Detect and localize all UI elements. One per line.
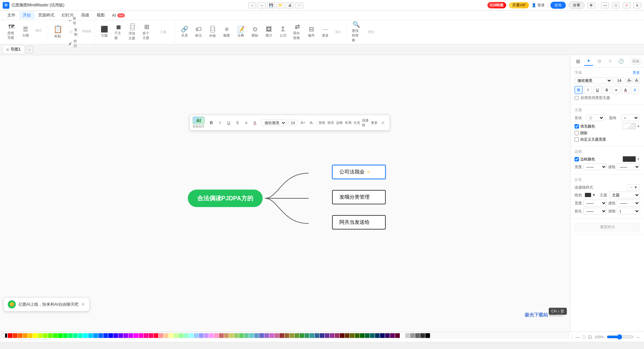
color-chip[interactable] [38, 333, 43, 338]
paste-btn[interactable]: 📋 粘贴 [49, 24, 66, 40]
fmt-italic-btn[interactable]: I [584, 86, 592, 94]
color-chip[interactable] [395, 333, 400, 338]
color-chip[interactable] [405, 333, 410, 338]
color-chip[interactable] [219, 333, 224, 338]
ft-collapse-btn[interactable]: ✕ [379, 119, 387, 127]
color-chip[interactable] [214, 333, 219, 338]
color-chip[interactable] [169, 333, 173, 338]
ft-more-btn[interactable]: 更多 [371, 119, 378, 127]
color-chip[interactable] [98, 333, 103, 338]
canvas[interactable]: 合法偶读PJDPA方的 公司法我会 ✏ 发哦分类管理 阿共当发送给 [0, 55, 570, 332]
color-chip[interactable] [370, 333, 375, 338]
ft-align-btn[interactable]: ≡ [243, 119, 250, 127]
arrow-select[interactable]: —— [583, 208, 607, 214]
color-chip[interactable] [425, 333, 430, 338]
color-chip[interactable] [189, 333, 194, 338]
color-chip[interactable] [259, 333, 264, 338]
connector-btn[interactable]: ← ▼ [627, 184, 640, 190]
ft-shape-btn[interactable]: 形状 [318, 119, 326, 127]
ft-bold-btn[interactable]: B [208, 119, 215, 127]
color-chip[interactable] [48, 333, 53, 338]
panel-tab-ai[interactable]: ✦ [584, 56, 593, 66]
color-chip[interactable] [360, 333, 365, 338]
fmt-bold-btn[interactable]: B [575, 86, 583, 94]
color-chip[interactable] [385, 333, 390, 338]
ft-layout-btn[interactable]: 布局 [344, 119, 352, 127]
custom-width-checkbox[interactable] [575, 137, 579, 142]
notif-close-btn[interactable]: ✕ [81, 302, 85, 307]
thin-select[interactable]: ( [617, 208, 640, 214]
color-chip[interactable] [33, 333, 38, 338]
panel-tab-history[interactable]: 🕐 [616, 56, 626, 66]
mindmap-btn[interactable]: 🗺 思维导图 [5, 22, 18, 42]
copy-btn[interactable]: 📄 复制 [67, 27, 80, 38]
branch-dash-select[interactable]: —— [617, 200, 640, 206]
publish-button[interactable]: 发布 [550, 2, 566, 9]
color-chip[interactable] [63, 333, 68, 338]
color-chip[interactable] [139, 333, 143, 338]
color-chip[interactable] [390, 333, 395, 338]
panel-tab-fav[interactable]: ☆ [605, 56, 615, 66]
color-chip[interactable] [289, 333, 294, 338]
font-size-down-btn[interactable]: A- [634, 78, 640, 84]
corner-select[interactable]: ⌐ [621, 114, 639, 121]
color-chip[interactable] [375, 333, 380, 338]
panel-toggle-btn[interactable]: 面板 [631, 58, 641, 64]
fmt-underline-btn[interactable]: U [593, 86, 601, 94]
float-theme-btn[interactable]: □ 浮动主题 [126, 22, 139, 42]
color-chip[interactable] [350, 333, 355, 338]
ft-font-up-btn[interactable]: A+ [299, 119, 307, 127]
color-chip[interactable] [118, 333, 123, 338]
color-chip[interactable] [315, 333, 319, 338]
summary-btn[interactable]: ≡ 概要 [220, 25, 233, 39]
color-chip[interactable] [83, 333, 88, 338]
border-color-swatch[interactable] [623, 156, 636, 162]
panel-tab-format[interactable]: ▦ [573, 56, 583, 66]
ft-border-btn[interactable]: 边框 [336, 119, 343, 127]
fmt-align-btn[interactable]: ≡ [612, 86, 620, 94]
badge-618[interactable]: 618特惠 [487, 2, 506, 8]
nav-back-btn[interactable]: ← [248, 2, 256, 8]
color-chip[interactable] [310, 333, 314, 338]
theme-btn[interactable]: ⬛ 主题 [98, 25, 111, 39]
color-chip[interactable] [204, 333, 209, 338]
line-color-arrow[interactable]: ▼ [592, 193, 596, 197]
color-chip[interactable] [113, 333, 118, 338]
color-chip[interactable] [13, 333, 17, 338]
fill-color-checkbox[interactable] [575, 124, 579, 129]
color-chip[interactable] [274, 333, 279, 338]
login-button[interactable]: 👤 登录 [532, 3, 545, 8]
vip-button[interactable]: 开通VIP [509, 2, 529, 8]
frame-btn[interactable]: □ 外框 [206, 24, 219, 40]
shadow-checkbox[interactable] [575, 131, 579, 135]
border-color-arrow[interactable]: ▼ [637, 157, 640, 161]
icon-btn[interactable]: ⊙ 图标 [248, 25, 262, 39]
color-chip[interactable] [23, 333, 28, 338]
branch-node-2[interactable]: 发哦分类管理 [332, 190, 386, 204]
color-chip[interactable] [133, 333, 138, 338]
share-button[interactable]: 分享 [569, 1, 585, 9]
color-chip[interactable] [159, 333, 163, 338]
color-chip[interactable] [264, 333, 269, 338]
format-btn[interactable]: 🖌 持贝 [67, 38, 80, 49]
color-chip[interactable] [365, 333, 370, 338]
color-chip[interactable] [244, 333, 249, 338]
color-chip[interactable] [229, 333, 234, 338]
color-chip[interactable] [224, 333, 229, 338]
color-chip[interactable] [179, 333, 183, 338]
menu-view[interactable]: 视图 [93, 11, 108, 19]
color-chip[interactable] [154, 333, 158, 338]
color-chip[interactable] [93, 333, 98, 338]
font-size-up-btn[interactable]: A+ [627, 78, 633, 84]
color-chip[interactable] [149, 333, 153, 338]
fill-color-swatch[interactable] [623, 123, 636, 129]
color-chip[interactable] [335, 333, 339, 338]
color-chip[interactable] [345, 333, 350, 338]
color-chip[interactable] [420, 333, 425, 338]
panel-tab-icon[interactable]: ⊙ [595, 56, 604, 66]
border-color-checkbox[interactable] [575, 157, 579, 161]
minimize-btn[interactable]: — [601, 2, 609, 8]
color-chip[interactable] [88, 333, 93, 338]
relation-btn[interactable]: 🔗 关系 [178, 25, 191, 39]
color-chip[interactable] [123, 333, 128, 338]
